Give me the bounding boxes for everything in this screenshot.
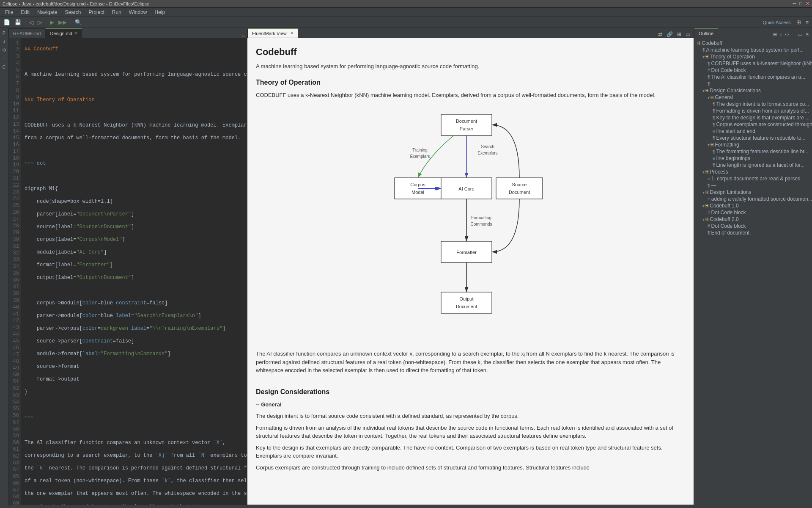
svg-text:Document: Document [455,304,477,309]
outline-expand-design[interactable]: ▾ [702,88,705,93]
outline-item-format-para-1[interactable]: ¶ The formatting features describe line … [694,148,812,155]
preview-tab-close[interactable]: ✕ [290,31,294,36]
menu-run[interactable]: Run [109,8,125,16]
outline-item-process-list-1[interactable]: ≡ 1. corpus documents are read & parsed [694,175,812,182]
outline-item-format-para-2[interactable]: ¶ Line length is ignored as a facet of f… [694,162,812,168]
menu-project[interactable]: Project [85,8,107,16]
outline-icon-para-2: ¶ [708,61,710,66]
editor-tab-bar: README.md Design.md ✕ ▭ [8,28,247,38]
outline-item-codebuff2-dot[interactable]: # Dot Code block [694,223,812,229]
sidebar-icon-2[interactable]: J [1,38,8,45]
outline-sort-btn[interactable]: ↕ [779,32,784,38]
menu-navigate[interactable]: Navigate [34,8,60,16]
preview-tab-label: FluentMark View [252,31,287,36]
outline-expand-theory[interactable]: ▾ [702,55,705,59]
preview-maximize-btn[interactable]: ▭ [684,31,692,38]
outline-expand-codebuff2[interactable]: ▾ [702,217,705,222]
outline-maximize-btn[interactable]: ▭ [797,31,804,38]
preview-scrollbar-h[interactable] [247,505,694,508]
outline-item-codebuff-para-1[interactable]: ¶ CODEBUFF uses a k-Nearest Neighbor (kN… [694,60,812,67]
outline-icon-H: H [697,41,700,46]
outline-item-format-list-1[interactable]: ≡ line beginnings [694,155,812,162]
svg-text:Commands: Commands [470,222,492,226]
tab-design[interactable]: Design.md ✕ [45,28,82,38]
code-editor[interactable]: 1 2 3 4 5 6 7 8 9 10 11 12 13 14 15 16 1… [8,38,247,505]
outline-item-formatting[interactable]: ▾ H Formatting [694,141,812,148]
menu-edit[interactable]: Edit [17,8,33,16]
outline-item-end[interactable]: ¶ End of document. [694,229,812,236]
outline-expand-codebuff1[interactable]: ▾ [702,204,705,208]
preview-link-btn[interactable]: 🔗 [665,31,675,38]
outline-item-design-list-1[interactable]: ≡ line start and end [694,128,812,135]
menu-search[interactable]: Search [61,8,84,16]
maximize-btn[interactable]: □ [799,1,802,6]
toolbar-view-btn-1[interactable]: ⊞ [795,18,803,26]
outline-item-1[interactable]: ¶ A machine learning based system for pe… [694,47,812,53]
menu-file[interactable]: File [2,8,16,16]
outline-item-dash[interactable]: ¶ — [694,80,812,87]
code-content[interactable]: ## Codebuff A machine learning based sys… [21,38,247,505]
editor-scrollbar-h[interactable] [8,505,247,508]
toolbar-view-btn-2[interactable]: ≡ [804,18,810,26]
outline-item-limitations[interactable]: ▾ H Design Limitations [694,189,812,196]
menu-help[interactable]: Help [151,8,169,16]
outline-collapse-btn[interactable]: ⊟ [772,31,778,38]
preview-sync-btn[interactable]: ⇄ [656,31,664,38]
outline-item-ai-para[interactable]: ¶ The AI classifier function compares an… [694,74,812,80]
outline-item-theory[interactable]: ▾ H Theory of Operation [694,53,812,60]
outline-item-codebuff[interactable]: H Codebuff [694,40,812,47]
outline-item-process[interactable]: ▾ H Process [694,168,812,175]
outline-item-codebuff1[interactable]: ▾ H Codebuff 1.0 [694,202,812,209]
outline-label-format-list-1: line beginnings [716,155,750,161]
preview-tab[interactable]: FluentMark View ✕ [247,28,298,38]
outline-expand-limitations[interactable]: ▾ [702,190,705,195]
outline-item-codebuff1-dot[interactable]: # Dot Code block [694,209,812,216]
close-btn[interactable]: ✕ [806,1,809,6]
sidebar-icon-5[interactable]: C [1,64,8,70]
outline-item-limitations-list[interactable]: ≡ adding a validly formatted source docu… [694,196,812,202]
outline-label-design-para-5: Every structural feature is reducible to… [716,135,805,141]
save-btn[interactable]: 💾 [13,18,23,26]
minimize-btn[interactable]: ─ [793,1,796,6]
outline-expand-formatting[interactable]: ▾ [708,143,710,147]
outline-tab[interactable]: Outline [694,28,718,38]
outline-item-design-para-5[interactable]: ¶ Every structural feature is reducible … [694,135,812,141]
main-container: P J ⚙ T C README.md Design.md ✕ ▭ 1 2 3 … [0,28,812,508]
tab-readme[interactable]: README.md [8,28,45,38]
debug-btn[interactable]: ▶▶ [57,18,69,26]
outline-label-dot: Dot Code block [711,67,746,73]
search-btn[interactable]: 🔍 [73,18,83,26]
sidebar-icon-4[interactable]: T [1,55,8,62]
outline-item-design-para-1[interactable]: ¶ The design intent is to format source … [694,101,812,108]
outline-link-btn[interactable]: ⇔ [784,31,790,38]
outline-label-design-para-2: Formatting is driven from an analysis of… [716,108,809,114]
outline-minimize-btn[interactable]: ─ [790,32,796,38]
new-btn[interactable]: 📄 [2,18,12,26]
sidebar-icon-1[interactable]: P [1,30,8,36]
outline-label-formatting: Formatting [715,142,739,148]
outline-close-btn[interactable]: ✕ [804,31,810,38]
outline-item-design-para-3[interactable]: ¶ Key to the design is that exemplars ar… [694,114,812,121]
outline-item-design[interactable]: ▾ H Design Considerations [694,87,812,94]
outline-item-process-dash[interactable]: ¶ — [694,182,812,189]
outline-label-codebuff2-dot: Dot Code block [711,223,746,229]
outline-item-design-para-4[interactable]: ¶ Corpus exemplars are constructed throu… [694,121,812,128]
preview-section2-para4: Corpus exemplars are constructed through… [256,464,685,472]
menu-window[interactable]: Window [126,8,151,16]
back-btn[interactable]: ◁ [27,18,35,26]
outline-item-general[interactable]: ▾ H General [694,94,812,101]
outline-expand-process[interactable]: ▾ [702,170,705,174]
outline-icon-hash: # [708,68,710,73]
tab-design-close[interactable]: ✕ [74,31,77,36]
outline-expand-general[interactable]: ▾ [708,95,710,100]
forward-btn[interactable]: ▷ [36,18,44,26]
sidebar-icon-3[interactable]: ⚙ [1,47,8,53]
outline-item-codebuff2[interactable]: ▾ H Codebuff 2.0 [694,216,812,223]
quick-access-label[interactable]: Quick Access [763,20,790,25]
run-btn[interactable]: ▶ [48,18,56,26]
outline-label-design-para-1: The design intent is to format source co… [716,101,809,107]
preview-expand-btn[interactable]: ⊞ [675,31,683,38]
editor-maximize-btn[interactable]: ▭ [240,33,247,38]
outline-item-design-para-2[interactable]: ¶ Formatting is driven from an analysis … [694,108,812,114]
outline-item-dot[interactable]: # Dot Code block [694,67,812,74]
